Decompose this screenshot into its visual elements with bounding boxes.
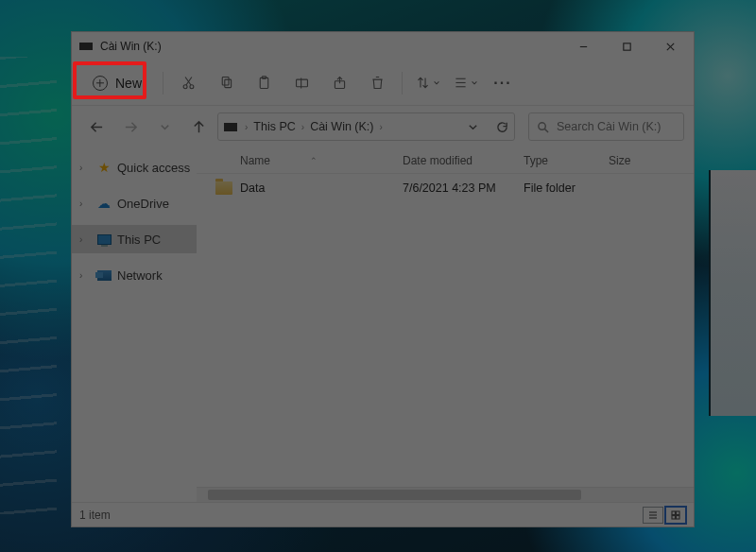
- desktop-wallpaper: Cài Win (K:) New ···: [0, 0, 756, 552]
- screenshot-dim-overlay: [0, 0, 756, 552]
